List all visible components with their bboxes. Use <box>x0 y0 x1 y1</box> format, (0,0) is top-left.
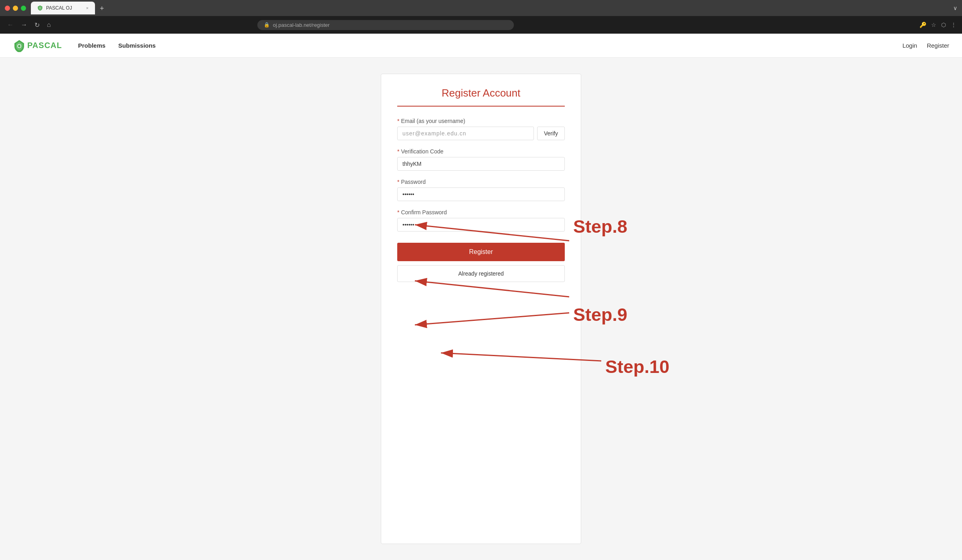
problems-link[interactable]: Problems <box>78 42 105 49</box>
browser-actions: 🔑 ☆ ⬡ ⋮ <box>920 22 956 28</box>
logo-icon <box>13 39 26 52</box>
email-label-text: Email (as your username) <box>401 118 465 124</box>
tab-title: PASCAL OJ <box>46 5 72 11</box>
register-title: Register Account <box>397 87 565 107</box>
password-form-group: *Password <box>397 179 565 201</box>
browser-tabs: PASCAL OJ × + <box>31 2 953 14</box>
tab-close-button[interactable]: × <box>86 6 89 10</box>
active-tab[interactable]: PASCAL OJ × <box>31 2 95 14</box>
lock-icon: 🔒 <box>264 22 270 28</box>
email-form-group: *Email (as your username) Verify <box>397 118 565 140</box>
window-chevron-icon[interactable]: ∨ <box>953 5 957 11</box>
verification-label: *Verification Code <box>397 148 565 155</box>
confirm-password-input[interactable] <box>397 218 565 232</box>
address-bar[interactable]: 🔒 oj.pascal-lab.net/register <box>257 20 514 30</box>
address-url: oj.pascal-lab.net/register <box>273 22 330 28</box>
logo-ascal: ASCAL <box>32 41 62 50</box>
site-navigation: PASCAL Problems Submissions Login Regist… <box>0 34 962 58</box>
required-asterisk4: * <box>397 209 399 216</box>
browser-titlebar: PASCAL OJ × + ∨ <box>0 0 962 16</box>
extensions-icon[interactable]: ⬡ <box>941 22 946 28</box>
svg-text:Step.9: Step.9 <box>573 304 627 325</box>
verification-input[interactable] <box>397 157 565 171</box>
email-label: *Email (as your username) <box>397 118 565 124</box>
browser-addressbar: ← → ↻ ⌂ 🔒 oj.pascal-lab.net/register 🔑 ☆… <box>0 16 962 34</box>
tab-favicon-icon <box>37 5 43 11</box>
star-icon[interactable]: ☆ <box>931 22 936 28</box>
login-link[interactable]: Login <box>902 42 917 49</box>
submissions-link[interactable]: Submissions <box>118 42 156 49</box>
logo-p: P <box>27 41 32 50</box>
home-button[interactable]: ⌂ <box>45 20 53 29</box>
register-button[interactable]: Register <box>397 243 565 261</box>
main-content: Register Account *Email (as your usernam… <box>0 58 962 560</box>
nav-right: Login Register <box>902 42 949 49</box>
confirm-password-form-group: *Confirm Password <box>397 209 565 232</box>
already-registered-button[interactable]: Already registered <box>397 265 565 282</box>
register-link[interactable]: Register <box>927 42 949 49</box>
svg-text:Step.8: Step.8 <box>573 216 627 237</box>
required-asterisk3: * <box>397 179 399 185</box>
required-asterisk: * <box>397 118 399 124</box>
reload-button[interactable]: ↻ <box>33 20 41 30</box>
verify-button[interactable]: Verify <box>537 127 565 140</box>
password-label: *Password <box>397 179 565 185</box>
minimize-button[interactable] <box>13 6 18 11</box>
menu-icon[interactable]: ⋮ <box>951 22 956 28</box>
verification-form-group: *Verification Code <box>397 148 565 171</box>
website: PASCAL Problems Submissions Login Regist… <box>0 34 962 560</box>
password-input[interactable] <box>397 187 565 201</box>
close-button[interactable] <box>5 6 10 11</box>
url-path: /register <box>311 22 329 28</box>
browser-chrome: PASCAL OJ × + ∨ ← → ↻ ⌂ 🔒 oj.pascal-lab.… <box>0 0 962 34</box>
key-icon: 🔑 <box>920 22 926 28</box>
confirm-password-label-text: Confirm Password <box>401 209 447 216</box>
traffic-lights <box>5 6 26 11</box>
svg-text:Step.10: Step.10 <box>605 357 669 377</box>
maximize-button[interactable] <box>21 6 26 11</box>
nav-links: Problems Submissions <box>78 42 156 49</box>
logo-link[interactable]: PASCAL <box>13 39 62 52</box>
email-input-row: Verify <box>397 127 565 140</box>
logo-text: PASCAL <box>27 41 62 50</box>
new-tab-button[interactable]: + <box>97 3 107 14</box>
register-card: Register Account *Email (as your usernam… <box>381 74 581 544</box>
verification-label-text: Verification Code <box>401 148 443 155</box>
password-label-text: Password <box>401 179 425 185</box>
url-domain: oj.pascal-lab.net <box>273 22 311 28</box>
confirm-password-label: *Confirm Password <box>397 209 565 216</box>
email-input[interactable] <box>397 127 534 140</box>
forward-button[interactable]: → <box>19 20 29 29</box>
back-button[interactable]: ← <box>6 20 15 29</box>
required-asterisk2: * <box>397 148 399 155</box>
